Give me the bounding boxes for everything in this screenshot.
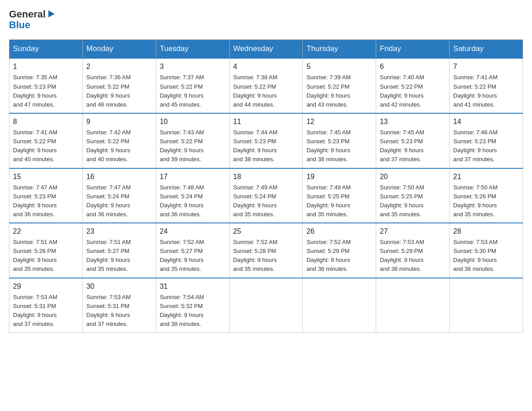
day-number: 26 xyxy=(306,226,372,237)
day-number: 17 xyxy=(160,171,226,182)
day-number: 5 xyxy=(306,61,372,72)
day-number: 13 xyxy=(380,116,446,127)
calendar-cell: 18 Sunrise: 7:49 AMSunset: 5:24 PMDaylig… xyxy=(229,168,303,223)
day-info: Sunrise: 7:52 AMSunset: 5:29 PMDaylight:… xyxy=(306,239,351,272)
calendar-cell: 22 Sunrise: 7:51 AMSunset: 5:26 PMDaylig… xyxy=(9,223,83,278)
day-info: Sunrise: 7:54 AMSunset: 5:32 PMDaylight:… xyxy=(160,294,204,327)
calendar-cell: 30 Sunrise: 7:53 AMSunset: 5:31 PMDaylig… xyxy=(82,278,156,333)
day-info: Sunrise: 7:48 AMSunset: 5:24 PMDaylight:… xyxy=(160,184,204,218)
day-number: 11 xyxy=(233,116,299,127)
calendar-week-row: 29 Sunrise: 7:53 AMSunset: 5:31 PMDaylig… xyxy=(9,278,523,333)
calendar-week-row: 8 Sunrise: 7:41 AMSunset: 5:22 PMDayligh… xyxy=(9,113,523,168)
day-number: 1 xyxy=(13,61,79,72)
calendar-cell: 23 Sunrise: 7:51 AMSunset: 5:27 PMDaylig… xyxy=(82,223,156,278)
col-header-thursday: Thursday xyxy=(303,40,376,59)
day-info: Sunrise: 7:51 AMSunset: 5:26 PMDaylight:… xyxy=(13,239,57,272)
day-info: Sunrise: 7:52 AMSunset: 5:27 PMDaylight:… xyxy=(160,239,204,272)
day-info: Sunrise: 7:40 AMSunset: 5:22 PMDaylight:… xyxy=(380,74,424,107)
day-info: Sunrise: 7:53 AMSunset: 5:31 PMDaylight:… xyxy=(13,294,57,327)
calendar-cell xyxy=(376,278,450,333)
day-info: Sunrise: 7:45 AMSunset: 5:23 PMDaylight:… xyxy=(306,129,351,163)
day-number: 8 xyxy=(13,116,79,127)
day-number: 6 xyxy=(380,61,446,72)
day-info: Sunrise: 7:49 AMSunset: 5:25 PMDaylight:… xyxy=(306,184,351,218)
calendar-cell: 12 Sunrise: 7:45 AMSunset: 5:23 PMDaylig… xyxy=(303,113,376,168)
page-header: General Blue xyxy=(9,9,523,30)
calendar-cell: 31 Sunrise: 7:54 AMSunset: 5:32 PMDaylig… xyxy=(156,278,229,333)
day-number: 21 xyxy=(453,171,519,182)
calendar-cell: 2 Sunrise: 7:36 AMSunset: 5:22 PMDayligh… xyxy=(82,58,156,113)
day-number: 16 xyxy=(86,171,152,182)
day-number: 10 xyxy=(160,116,226,127)
calendar-cell: 5 Sunrise: 7:39 AMSunset: 5:22 PMDayligh… xyxy=(303,58,376,113)
calendar-cell: 25 Sunrise: 7:52 AMSunset: 5:28 PMDaylig… xyxy=(229,223,303,278)
calendar-cell: 16 Sunrise: 7:47 AMSunset: 5:24 PMDaylig… xyxy=(82,168,156,223)
calendar-header-row: SundayMondayTuesdayWednesdayThursdayFrid… xyxy=(9,40,523,59)
day-info: Sunrise: 7:37 AMSunset: 5:22 PMDaylight:… xyxy=(160,74,204,107)
col-header-tuesday: Tuesday xyxy=(156,40,229,59)
calendar-cell: 3 Sunrise: 7:37 AMSunset: 5:22 PMDayligh… xyxy=(156,58,229,113)
day-number: 19 xyxy=(306,171,372,182)
calendar-cell: 10 Sunrise: 7:43 AMSunset: 5:22 PMDaylig… xyxy=(156,113,229,168)
day-info: Sunrise: 7:53 AMSunset: 5:31 PMDaylight:… xyxy=(86,294,131,327)
calendar-cell: 24 Sunrise: 7:52 AMSunset: 5:27 PMDaylig… xyxy=(156,223,229,278)
day-info: Sunrise: 7:53 AMSunset: 5:29 PMDaylight:… xyxy=(380,239,424,272)
day-number: 31 xyxy=(160,281,226,292)
day-info: Sunrise: 7:43 AMSunset: 5:22 PMDaylight:… xyxy=(160,129,204,163)
calendar-cell xyxy=(450,278,523,333)
day-number: 22 xyxy=(13,226,79,237)
logo-blue: Blue xyxy=(9,20,56,30)
day-number: 28 xyxy=(453,226,519,237)
calendar-cell: 14 Sunrise: 7:46 AMSunset: 5:23 PMDaylig… xyxy=(450,113,523,168)
day-number: 24 xyxy=(160,226,226,237)
day-info: Sunrise: 7:46 AMSunset: 5:23 PMDaylight:… xyxy=(453,129,498,163)
day-number: 23 xyxy=(86,226,152,237)
day-info: Sunrise: 7:50 AMSunset: 5:26 PMDaylight:… xyxy=(453,184,498,218)
day-info: Sunrise: 7:49 AMSunset: 5:24 PMDaylight:… xyxy=(233,184,278,218)
calendar-week-row: 1 Sunrise: 7:35 AMSunset: 5:23 PMDayligh… xyxy=(9,58,523,113)
calendar-cell: 11 Sunrise: 7:44 AMSunset: 5:23 PMDaylig… xyxy=(229,113,303,168)
day-info: Sunrise: 7:41 AMSunset: 5:22 PMDaylight:… xyxy=(13,129,57,163)
calendar-cell: 20 Sunrise: 7:50 AMSunset: 5:25 PMDaylig… xyxy=(376,168,450,223)
calendar-cell: 26 Sunrise: 7:52 AMSunset: 5:29 PMDaylig… xyxy=(303,223,376,278)
day-info: Sunrise: 7:47 AMSunset: 5:23 PMDaylight:… xyxy=(13,184,57,218)
day-number: 12 xyxy=(306,116,372,127)
day-number: 7 xyxy=(453,61,519,72)
calendar-cell: 28 Sunrise: 7:53 AMSunset: 5:30 PMDaylig… xyxy=(450,223,523,278)
day-info: Sunrise: 7:35 AMSunset: 5:23 PMDaylight:… xyxy=(13,74,57,107)
calendar-cell: 13 Sunrise: 7:45 AMSunset: 5:23 PMDaylig… xyxy=(376,113,450,168)
day-number: 27 xyxy=(380,226,446,237)
day-info: Sunrise: 7:50 AMSunset: 5:25 PMDaylight:… xyxy=(380,184,424,218)
col-header-sunday: Sunday xyxy=(9,40,83,59)
calendar-cell: 29 Sunrise: 7:53 AMSunset: 5:31 PMDaylig… xyxy=(9,278,83,333)
calendar-cell: 21 Sunrise: 7:50 AMSunset: 5:26 PMDaylig… xyxy=(450,168,523,223)
day-info: Sunrise: 7:51 AMSunset: 5:27 PMDaylight:… xyxy=(86,239,131,272)
logo-general: General xyxy=(9,9,46,20)
calendar-week-row: 22 Sunrise: 7:51 AMSunset: 5:26 PMDaylig… xyxy=(9,223,523,278)
day-number: 18 xyxy=(233,171,299,182)
calendar-cell: 27 Sunrise: 7:53 AMSunset: 5:29 PMDaylig… xyxy=(376,223,450,278)
col-header-monday: Monday xyxy=(82,40,156,59)
day-info: Sunrise: 7:39 AMSunset: 5:22 PMDaylight:… xyxy=(306,74,351,107)
col-header-wednesday: Wednesday xyxy=(229,40,303,59)
calendar-table: SundayMondayTuesdayWednesdayThursdayFrid… xyxy=(9,39,523,333)
calendar-cell: 15 Sunrise: 7:47 AMSunset: 5:23 PMDaylig… xyxy=(9,168,83,223)
svg-marker-0 xyxy=(48,10,55,17)
col-header-saturday: Saturday xyxy=(450,40,523,59)
day-info: Sunrise: 7:52 AMSunset: 5:28 PMDaylight:… xyxy=(233,239,278,272)
day-info: Sunrise: 7:44 AMSunset: 5:23 PMDaylight:… xyxy=(233,129,278,163)
day-number: 3 xyxy=(160,61,226,72)
calendar-cell: 1 Sunrise: 7:35 AMSunset: 5:23 PMDayligh… xyxy=(9,58,83,113)
day-number: 4 xyxy=(233,61,299,72)
day-info: Sunrise: 7:36 AMSunset: 5:22 PMDaylight:… xyxy=(86,74,131,107)
logo-arrow-icon xyxy=(47,9,56,19)
calendar-cell: 6 Sunrise: 7:40 AMSunset: 5:22 PMDayligh… xyxy=(376,58,450,113)
day-info: Sunrise: 7:47 AMSunset: 5:24 PMDaylight:… xyxy=(86,184,131,218)
day-info: Sunrise: 7:53 AMSunset: 5:30 PMDaylight:… xyxy=(453,239,498,272)
day-info: Sunrise: 7:42 AMSunset: 5:22 PMDaylight:… xyxy=(86,129,131,163)
calendar-cell: 7 Sunrise: 7:41 AMSunset: 5:22 PMDayligh… xyxy=(450,58,523,113)
day-number: 30 xyxy=(86,281,152,292)
day-number: 29 xyxy=(13,281,79,292)
calendar-cell xyxy=(229,278,303,333)
day-number: 2 xyxy=(86,61,152,72)
